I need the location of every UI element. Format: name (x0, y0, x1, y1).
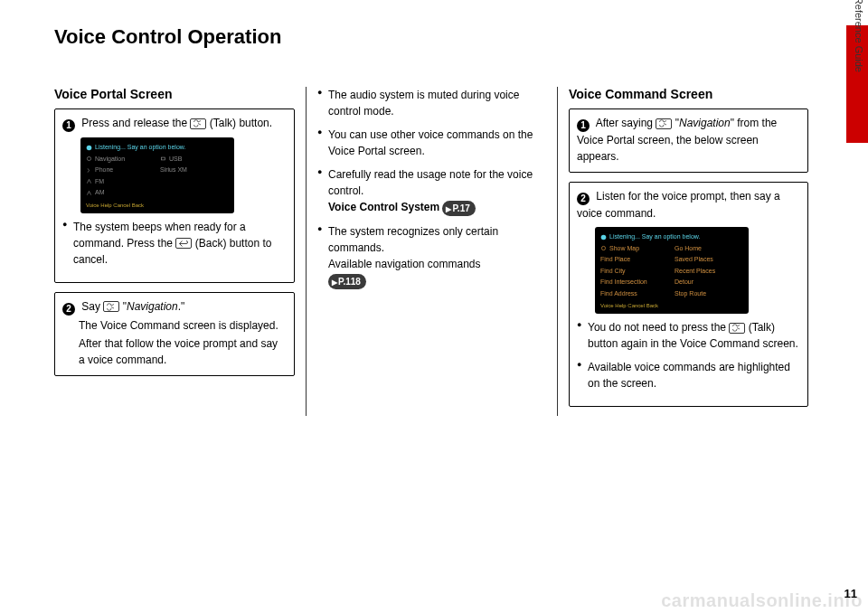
shot1-item: USB (169, 155, 182, 165)
svg-point-4 (601, 247, 605, 250)
shot1-item: Sirius XM (160, 165, 187, 175)
column-3: Voice Command Screen 1 After saying "Nav… (557, 87, 808, 416)
ref1-label: Voice Control System (328, 201, 439, 213)
svg-point-3 (601, 234, 607, 240)
shot2-item: Find Place (600, 256, 630, 262)
col2-bullet-4-text: The system recognizes only certain comma… (328, 225, 498, 254)
shot2-item: Detour (675, 278, 693, 285)
page-body: Voice Control Operation Voice Portal Scr… (0, 0, 868, 434)
page-title: Voice Control Operation (54, 25, 814, 49)
step-box-2: 2 Say "Navigation." The Voice Command sc… (54, 292, 295, 376)
svg-point-1 (87, 157, 90, 161)
col2-avail: Available navigation commands (328, 258, 481, 270)
box31-nav: Navigation (679, 117, 731, 129)
command-screenshot: Listening... Say an option below. Show M… (595, 227, 749, 314)
content-columns: Voice Portal Screen 1 Press and release … (54, 87, 814, 416)
step2-q2: ." (178, 300, 185, 313)
shot2-item: Find Address (600, 290, 637, 297)
box32-line: Listen for the voice prompt, then say a … (577, 190, 780, 220)
shot1-bar: Listening... Say an option below. (95, 143, 185, 153)
box32-bullet2: Available voice commands are highlighted… (577, 359, 800, 391)
shot1-item: AM (95, 188, 105, 198)
box32-bullet1: You do not need to press the (Talk) butt… (577, 319, 800, 352)
voice-command-heading: Voice Command Screen (569, 87, 808, 101)
shot2-item: Stop Route (675, 290, 706, 297)
shot2-footer: Voice Help Cancel Back (600, 302, 743, 310)
shot2-item: Saved Places (675, 256, 713, 262)
step2-nav: Navigation (127, 300, 178, 313)
step2-line3: After that follow the voice prompt and s… (79, 335, 287, 368)
watermark: carmanualsonline.info (661, 590, 863, 611)
shot1-footer: Voice Help Cancel Back (86, 202, 229, 210)
shot1-item: Phone (95, 165, 113, 175)
svg-point-0 (87, 145, 92, 150)
step-number-1: 1 (62, 119, 75, 132)
shot2-item: Recent Places (675, 268, 715, 274)
shot1-item: FM (95, 177, 104, 187)
step-box-3-1: 1 After saying "Navigation" from the Voi… (569, 108, 808, 173)
talk-icon (729, 323, 745, 334)
shot2-item: Find Intersection (600, 278, 647, 285)
step2-line2: The Voice Command screen is displayed. (79, 317, 287, 334)
shot2-item: Show Map (609, 244, 639, 254)
back-icon (175, 238, 192, 249)
col2-bullet-1: The audio system is muted during voice c… (317, 87, 546, 119)
step-box-1: 1 Press and release the (Talk) button. L… (54, 108, 295, 283)
column-2: The audio system is muted during voice c… (306, 87, 557, 416)
column-1: Voice Portal Screen 1 Press and release … (54, 87, 306, 416)
page-ref-icon: P.118 (328, 274, 366, 289)
shot1-item: Navigation (95, 155, 125, 165)
shot2-bar: Listening... Say an option below. (609, 232, 700, 242)
col2-bullet-3-text: Carefully read the usage note for the vo… (328, 168, 533, 197)
shot2-item: Go Home (675, 245, 702, 251)
svg-rect-2 (161, 157, 165, 160)
col2-bullet-3: Carefully read the usage note for the vo… (317, 166, 546, 216)
step2-say: Say (81, 300, 103, 313)
page-ref-icon: P.17 (442, 201, 475, 216)
col2-bullet-4: The system recognizes only certain comma… (317, 223, 546, 289)
step-number-2: 2 (62, 303, 75, 316)
box32-b1a: You do not need to press the (588, 321, 729, 334)
step-number-1b: 1 (577, 119, 590, 132)
voice-portal-heading: Voice Portal Screen (54, 87, 295, 101)
portal-screenshot: Listening... Say an option below. Naviga… (80, 137, 234, 213)
box31-a: After saying (596, 117, 656, 129)
col2-bullet-2: You can use other voice commands on the … (317, 127, 546, 159)
step1-text-b: (Talk) button. (210, 117, 272, 129)
step-number-2b: 2 (577, 193, 590, 205)
talk-icon (656, 118, 672, 129)
step1-text-a: Press and release the (81, 117, 190, 129)
step1-bullet: The system beeps when ready for a comman… (62, 219, 287, 268)
talk-icon (190, 118, 206, 129)
step-box-3-2: 2 Listen for the voice prompt, then say … (569, 182, 808, 407)
talk-icon (103, 301, 119, 312)
shot2-item: Find City (600, 268, 626, 274)
